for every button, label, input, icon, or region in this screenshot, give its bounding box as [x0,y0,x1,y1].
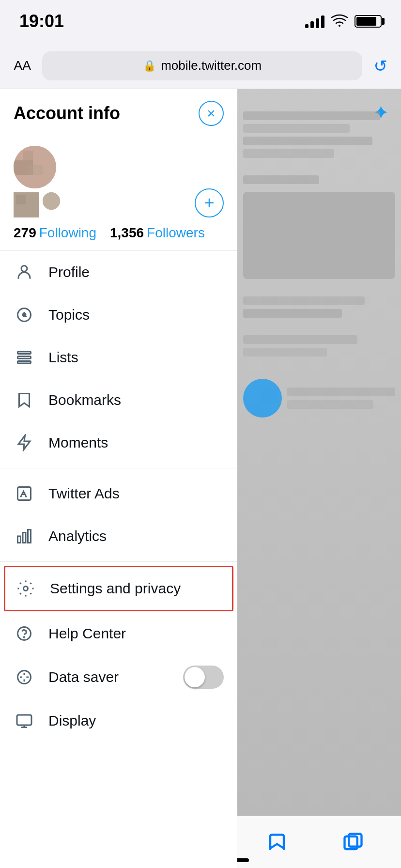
svg-point-18 [24,587,28,591]
following-count: 279 [14,225,36,241]
avatar-tiny [43,192,60,210]
profile-label: Profile [48,264,90,280]
svg-rect-13 [18,361,31,364]
sidebar-item-moments[interactable]: Moments [0,421,237,464]
url-text: mobile.twitter.com [161,58,262,73]
settings-icon [15,578,36,599]
url-bar[interactable]: 🔒 mobile.twitter.com [42,51,362,80]
wifi-icon [331,13,348,30]
data-saver-label: Data saver [48,669,119,685]
moments-icon [14,432,35,453]
followers-label: Followers [147,225,205,241]
svg-point-10 [23,313,26,316]
svg-point-21 [18,671,31,684]
browser-bar: AA 🔒 mobile.twitter.com ↻ [0,43,401,89]
account-drawer: Account info × [0,89,237,868]
background-content: ✦ [237,89,401,868]
settings-privacy-label: Settings and privacy [50,580,181,597]
svg-rect-7 [43,192,60,210]
bookmarks-label: Bookmarks [48,392,121,408]
avatar-small-row [14,192,60,217]
analytics-label: Analytics [48,528,107,544]
svg-point-8 [21,266,27,272]
svg-rect-4 [28,165,43,175]
svg-rect-2 [23,151,33,160]
section-divider-2 [0,561,237,562]
avatar-area: + [0,134,237,223]
svg-rect-6 [16,195,26,204]
lock-icon: 🔒 [143,60,156,72]
status-bar: 19:01 [0,0,401,43]
signal-icon [305,15,324,28]
avatar-stack [14,146,60,217]
status-time: 19:01 [19,11,64,31]
sidebar-item-twitter-ads[interactable]: Twitter Ads [0,472,237,515]
ads-icon [14,483,35,504]
topics-label: Topics [48,307,90,323]
svg-rect-11 [18,352,31,354]
toggle-switch[interactable] [183,666,224,689]
stats-row: 279 Following 1,356 Followers [0,223,237,250]
sidebar-item-topics[interactable]: Topics [0,294,237,336]
bookmarks-button[interactable] [258,828,296,857]
close-icon: × [207,105,216,122]
sidebar-item-settings-privacy[interactable]: Settings and privacy [4,566,233,611]
svg-rect-15 [18,536,21,543]
svg-rect-16 [23,533,26,543]
help-icon [14,623,35,644]
svg-rect-12 [18,356,31,359]
following-stat[interactable]: 279 Following [14,225,96,241]
drawer-header: Account info × [0,89,237,134]
moments-label: Moments [48,434,108,451]
tabs-button[interactable] [334,828,372,857]
font-size-control[interactable]: AA [14,58,31,74]
twitter-ads-label: Twitter Ads [48,485,120,502]
sidebar-item-help-center[interactable]: Help Center [0,612,237,655]
sidebar-item-analytics[interactable]: Analytics [0,515,237,558]
sidebar-item-data-saver[interactable]: Data saver [0,655,237,699]
blurred-feed [237,89,401,868]
lists-icon [14,347,35,368]
followers-count: 1,356 [110,225,144,241]
svg-rect-17 [28,530,31,543]
sidebar-item-lists[interactable]: Lists [0,336,237,379]
section-divider-1 [0,468,237,468]
sidebar-item-bookmarks[interactable]: Bookmarks [0,379,237,421]
battery-icon [355,15,382,28]
sidebar-item-display[interactable]: Display [0,699,237,742]
lists-label: Lists [48,349,78,366]
display-icon [14,710,35,731]
toggle-knob [185,667,205,687]
bookmark-icon [14,389,35,411]
topics-icon [14,304,35,326]
close-button[interactable]: × [199,101,224,126]
sidebar-item-profile[interactable]: Profile [0,251,237,294]
svg-rect-22 [17,715,31,725]
plus-icon: + [204,193,214,213]
svg-point-0 [339,25,340,27]
status-icons [305,13,382,30]
main-area: Account info × [0,89,401,868]
analytics-icon [14,526,35,547]
avatar-small [14,192,39,217]
svg-point-20 [24,637,25,638]
data-saver-toggle[interactable] [183,666,224,689]
help-center-label: Help Center [48,625,126,642]
followers-stat[interactable]: 1,356 Followers [110,225,205,241]
data-saver-icon [14,666,35,688]
add-account-button[interactable]: + [195,188,224,217]
drawer-title: Account info [14,103,120,124]
following-label: Following [39,225,96,241]
avatar-image [14,146,56,188]
avatar-main [14,146,56,188]
display-label: Display [48,713,96,729]
refresh-button[interactable]: ↻ [374,56,387,76]
person-icon [14,262,35,283]
